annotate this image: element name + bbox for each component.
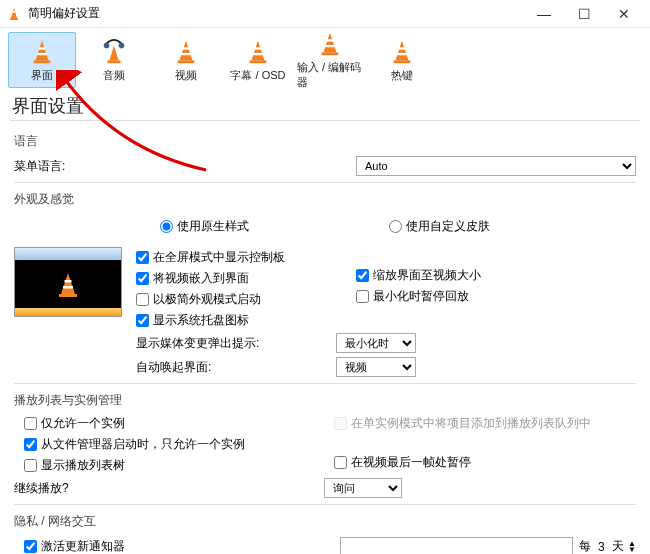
continue-label: 继续播放? [14,480,324,497]
group-privacy: 隐私 / 网络交互 [14,507,636,534]
content: 语言 菜单语言: Auto 外观及感觉 使用原生样式 使用自定义皮肤 在全屏模式… [0,121,650,554]
minimize-button[interactable]: — [524,2,564,26]
chk-show-tree[interactable] [24,459,37,472]
svg-marker-27 [61,273,75,294]
chk-tray-icon[interactable] [136,314,149,327]
svg-rect-18 [253,52,262,54]
maximize-button[interactable]: ☐ [564,2,604,26]
svg-rect-29 [65,280,72,283]
chk-pause-on-minimize[interactable] [356,290,369,303]
svg-rect-16 [250,60,267,63]
svg-rect-22 [325,45,334,47]
svg-rect-21 [327,39,334,41]
tab-label: 输入 / 编解码器 [297,60,363,90]
svg-rect-5 [39,47,46,49]
close-button[interactable]: ✕ [604,2,644,26]
svg-marker-7 [109,45,118,60]
tab-hotkeys[interactable]: 热键 [368,32,436,88]
section-title: 界面设置 [0,88,650,120]
svg-marker-19 [323,33,336,53]
stepper-icon[interactable]: ▲▼ [628,541,636,553]
chk-resize-to-video[interactable] [356,269,369,282]
window-title: 简明偏好设置 [28,5,524,22]
chk-file-manager-single[interactable] [24,438,37,451]
svg-marker-11 [179,40,192,60]
chk-embed-video[interactable] [136,272,149,285]
svg-rect-25 [399,47,406,49]
continue-select[interactable]: 询问 [324,478,402,498]
group-appearance: 外观及感觉 [14,185,636,212]
tab-input-codecs[interactable]: 输入 / 编解码器 [296,32,364,88]
svg-rect-1 [10,18,18,20]
radio-native[interactable]: 使用原生样式 [160,218,249,235]
group-playlist: 播放列表与实例管理 [14,386,636,413]
tab-audio[interactable]: 音频 [80,32,148,88]
tab-label: 视频 [175,68,197,83]
media-change-label: 显示媒体变更弹出提示: [136,335,336,352]
chk-pause-last-frame[interactable] [334,456,347,469]
svg-rect-4 [34,60,51,63]
svg-rect-14 [181,52,190,54]
svg-rect-20 [322,52,339,55]
cone-icon [388,38,416,66]
radio-custom-skin[interactable]: 使用自定义皮肤 [389,218,490,235]
headphone-cone-icon [100,38,128,66]
chk-single-instance[interactable] [24,417,37,430]
svg-rect-13 [183,47,190,49]
tab-interface[interactable]: 界面 [8,32,76,88]
group-language: 语言 [14,127,636,154]
svg-rect-28 [59,294,77,297]
titlebar: 简明偏好设置 — ☐ ✕ [0,0,650,28]
svg-marker-0 [11,8,17,18]
tab-video[interactable]: 视频 [152,32,220,88]
tab-label: 字幕 / OSD [230,68,285,83]
svg-rect-6 [37,52,46,54]
app-icon [6,6,22,22]
media-change-select[interactable]: 最小化时 [336,333,416,353]
tabs: 界面 音频 视频 字幕 / OSD 输入 / 编解码器 热键 [0,28,650,88]
svg-marker-23 [395,40,408,60]
update-interval-field[interactable] [340,537,573,555]
cone-icon [172,38,200,66]
svg-rect-12 [178,60,195,63]
svg-rect-17 [255,47,262,49]
svg-rect-24 [394,60,411,63]
svg-point-9 [104,42,110,48]
menu-language-label: 菜单语言: [14,158,129,175]
auto-raise-select[interactable]: 视频 [336,357,416,377]
svg-rect-2 [12,11,16,13]
svg-marker-15 [251,40,264,60]
svg-point-10 [119,42,125,48]
menu-language-select[interactable]: Auto [356,156,636,176]
tab-subtitles[interactable]: 字幕 / OSD [224,32,292,88]
svg-rect-8 [107,60,120,63]
svg-rect-26 [397,52,406,54]
chk-enqueue-single-mode [334,417,347,430]
preview-thumbnail [14,247,122,317]
cone-icon [244,38,272,66]
chk-update-notifier[interactable] [24,540,37,553]
cone-icon [28,38,56,66]
auto-raise-label: 自动唤起界面: [136,359,336,376]
tab-label: 热键 [391,68,413,83]
svg-rect-30 [63,286,73,289]
cone-icon [316,30,344,58]
tab-label: 界面 [31,68,53,83]
svg-marker-3 [35,40,48,60]
chk-minimal-start[interactable] [136,293,149,306]
tab-label: 音频 [103,68,125,83]
chk-fullscreen-controls[interactable] [136,251,149,264]
